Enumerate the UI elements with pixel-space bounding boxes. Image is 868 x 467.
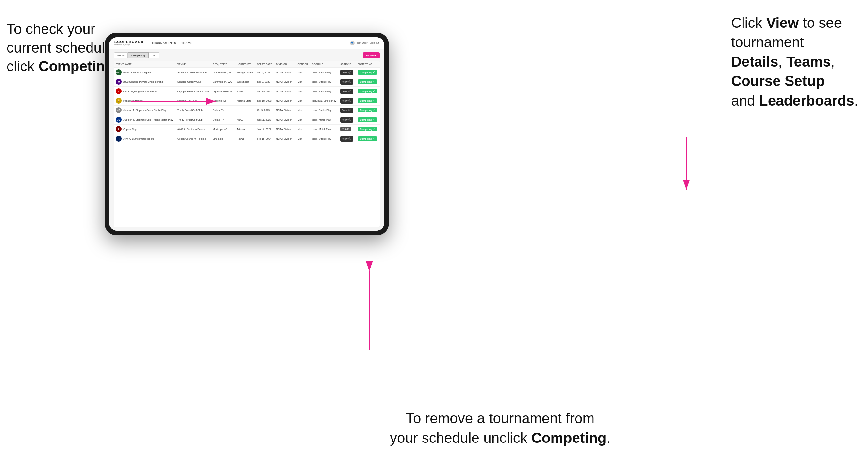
filter-all-btn[interactable]: All (149, 52, 159, 59)
annotation-tr-line4: , (778, 54, 786, 70)
sign-out-link[interactable]: Sign out (370, 41, 379, 44)
cell-city-state: Grand Haven, MI (211, 68, 235, 77)
annotation-b-line2: your schedule unclick (390, 430, 531, 446)
cell-scoring: team, Match Play (310, 115, 339, 125)
cell-event-name: JS Jackson T. Stephens Cup – Men's Match… (114, 115, 176, 125)
competing-button[interactable]: Competing ✓ (358, 80, 378, 84)
cell-competing: Competing ✓ (355, 77, 380, 87)
cell-start-date: Oct 11, 2023 (255, 115, 274, 125)
team-logo: A (116, 126, 122, 132)
table-container: EVENT NAME VENUE CITY, STATE HOSTED BY S… (114, 61, 380, 227)
cell-competing: Competing ✓ (355, 105, 380, 115)
cell-gender: Men (296, 115, 310, 125)
view-button[interactable]: View ⓘ (340, 98, 353, 103)
cell-division: NCAA Division I (274, 87, 296, 96)
team-logo: MSU (116, 69, 122, 75)
cell-start-date: Sep 4, 2023 (255, 68, 274, 77)
cell-venue: Trinity Forest Golf Club (176, 115, 211, 125)
col-competing: COMPETING (355, 61, 380, 68)
competing-button[interactable]: Competing ✓ (358, 127, 378, 131)
cell-scoring: team, Stroke Play (310, 87, 339, 96)
cell-scoring: team, Stroke Play (310, 68, 339, 77)
cell-actions: View ⓘ (338, 134, 355, 144)
cell-hosted-by: Michigan State (235, 68, 255, 77)
annotation-tr-bold5: Leaderboards (759, 92, 854, 108)
competing-button[interactable]: Competing ✓ (358, 70, 378, 74)
annotation-top-left: To check your current schedule, click Co… (6, 20, 118, 76)
nav-tournaments[interactable]: TOURNAMENTS (151, 41, 176, 45)
table-row: H John A. Burns Intercollegiate Ocean Co… (114, 134, 380, 144)
cell-event-name: W 2023 Sahalee Players Championship (114, 77, 176, 87)
view-button[interactable]: View ⓘ (340, 79, 353, 85)
view-button[interactable]: View ⓘ (340, 89, 353, 94)
user-icon: 👤 (350, 41, 354, 45)
cell-competing: Competing ✓ (355, 125, 380, 134)
cell-hosted-by: Illinois (235, 87, 255, 96)
view-button[interactable]: View ⓘ (340, 117, 353, 123)
brand-title: SCOREBOARD (114, 40, 144, 44)
cell-competing: Competing ✓ (355, 115, 380, 125)
cell-scoring: team, Stroke Play (310, 77, 339, 87)
cell-actions: View ⓘ (338, 87, 355, 96)
cell-city-state: Maricopa, AZ (211, 125, 235, 134)
team-logo: JS (116, 117, 122, 123)
cell-hosted-by: Arizona State (235, 96, 255, 105)
annotation-tr-line5: , (831, 54, 835, 70)
cell-division: NCAA Division I (274, 134, 296, 144)
annotation-tr-line2: to see (799, 15, 842, 31)
annotation-tr-line3: tournament (731, 34, 804, 50)
competing-button[interactable]: Competing ✓ (358, 117, 378, 122)
table-row: JS Jackson T. Stephens Cup – Stroke Play… (114, 105, 380, 115)
view-button[interactable]: View ⓘ (340, 107, 353, 113)
competing-button[interactable]: Competing ✓ (358, 136, 378, 141)
col-city-state: CITY, STATE (211, 61, 235, 68)
annotation-b-line1: To remove a tournament from (406, 410, 594, 426)
cell-gender: Men (296, 77, 310, 87)
cell-scoring: individual, Stroke Play (310, 96, 339, 105)
annotation-tl-bold: Competing (38, 58, 114, 74)
col-scoring: SCORING (310, 61, 339, 68)
cell-scoring: team, Match Play (310, 125, 339, 134)
view-button[interactable]: View ⓘ (340, 70, 353, 75)
edit-button[interactable]: ✏ Edit (340, 127, 351, 131)
table-row: 🏆 Papago Individual Papago Golf Club Pho… (114, 96, 380, 105)
view-button[interactable]: View ⓘ (340, 136, 353, 142)
annotation-top-right: Click View to see tournament Details, Te… (731, 13, 858, 110)
cell-scoring: team, Stroke Play (310, 105, 339, 115)
annotation-tr-bold4: Course Setup (731, 73, 825, 89)
event-name: Papago Individual (123, 99, 143, 102)
event-name: Folds of Honor Collegiate (123, 71, 151, 74)
team-logo: I (116, 88, 122, 94)
cell-division: NCAA Division I (274, 96, 296, 105)
tournaments-table: EVENT NAME VENUE CITY, STATE HOSTED BY S… (114, 61, 380, 143)
annotation-b-bold: Competing (531, 430, 607, 446)
create-button[interactable]: + Create (363, 52, 380, 59)
nav-teams[interactable]: TEAMS (181, 41, 192, 45)
filter-home-btn[interactable]: Home (114, 52, 128, 59)
table-row: MSU Folds of Honor Collegiate American D… (114, 68, 380, 77)
col-venue: VENUE (176, 61, 211, 68)
cell-competing: Competing ✓ (355, 134, 380, 144)
competing-button[interactable]: Competing ✓ (358, 98, 378, 103)
cell-event-name: JS Jackson T. Stephens Cup – Stroke Play (114, 105, 176, 115)
cell-competing: Competing ✓ (355, 96, 380, 105)
cell-venue: Papago Golf Club (176, 96, 211, 105)
annotation-tr-line6: and (731, 92, 759, 108)
cell-division: NCAA Division I (274, 115, 296, 125)
cell-gender: Men (296, 68, 310, 77)
annotation-tr-line1: Click (731, 15, 766, 31)
cell-start-date: Feb 15, 2024 (255, 134, 274, 144)
cell-hosted-by: Washington (235, 77, 255, 87)
cell-actions: View ⓘ (338, 68, 355, 77)
col-division: DIVISION (274, 61, 296, 68)
table-row: A Copper Cup Ak-Chin Southern Dunes Mari… (114, 125, 380, 134)
cell-gender: Men (296, 96, 310, 105)
annotation-b-end: . (607, 430, 611, 446)
cell-city-state: Dallas, TX (211, 115, 235, 125)
competing-button[interactable]: Competing ✓ (358, 108, 378, 113)
competing-button[interactable]: Competing ✓ (358, 89, 378, 93)
cell-competing: Competing ✓ (355, 68, 380, 77)
cell-gender: Men (296, 134, 310, 144)
annotation-tl-line3: click (6, 58, 38, 74)
filter-competing-btn[interactable]: Competing (128, 52, 149, 59)
